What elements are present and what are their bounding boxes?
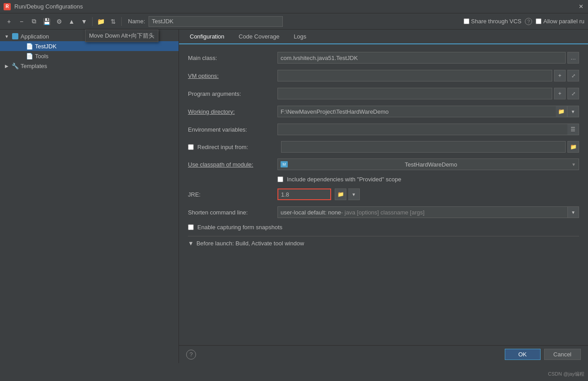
include-deps-label: Include dependencies with "Provided" sco… <box>287 176 401 183</box>
tree-item-testjdk[interactable]: ▶ 📄 TestJDK <box>0 41 179 51</box>
jre-label: JRE: <box>188 191 277 198</box>
working-dir-dropdown-button[interactable]: ▼ <box>567 106 579 117</box>
tree-item-tools[interactable]: ▶ 📄 Tools <box>0 51 179 61</box>
enable-capturing-label: Enable capturing form snapshots <box>197 224 282 231</box>
right-panel: Configuration Code Coverage Logs Main cl… <box>179 30 588 363</box>
shorten-cmd-dropdown-button[interactable]: ▼ <box>567 206 579 218</box>
save-button[interactable]: 💾 <box>41 16 52 27</box>
copy-button[interactable]: ⧉ <box>29 16 39 27</box>
help-icon[interactable]: ? <box>525 18 532 25</box>
close-button[interactable]: ✕ <box>577 3 584 10</box>
title-bar-text: Run/Debug Configurations <box>14 3 83 10</box>
application-arrow: ▼ <box>4 33 10 39</box>
sort-button[interactable]: ⇅ <box>108 16 119 27</box>
tabs: Configuration Code Coverage Logs <box>179 30 588 44</box>
include-deps-checkbox[interactable] <box>277 176 283 182</box>
tab-logs[interactable]: Logs <box>286 30 313 44</box>
application-icon <box>12 33 19 40</box>
working-dir-input[interactable] <box>277 106 556 117</box>
help-button[interactable]: ? <box>186 350 196 360</box>
classpath-module-name: TestHardWareDemo <box>405 161 457 168</box>
program-args-add-button[interactable]: + <box>554 88 566 99</box>
share-vcs-label: Share through VCS <box>471 18 522 25</box>
redirect-label-group: Redirect input from: <box>188 144 277 150</box>
classpath-dropdown[interactable]: M TestHardWareDemo ▼ <box>277 158 579 170</box>
classpath-label: Use classpath of module: <box>188 161 277 168</box>
allow-parallel-checkbox[interactable] <box>536 18 541 24</box>
vm-options-label: VM options: <box>188 73 277 79</box>
tools-label: Tools <box>35 53 48 60</box>
add-button[interactable]: + <box>4 16 14 27</box>
tree-item-templates[interactable]: ▶ 🔧 Templates <box>0 61 179 71</box>
ok-button[interactable]: OK <box>505 349 541 360</box>
tab-code-coverage[interactable]: Code Coverage <box>231 30 286 44</box>
vm-options-row: VM options: + ⤢ <box>188 69 579 82</box>
working-dir-browse-button[interactable]: 📁 <box>556 106 567 117</box>
bottom-bar: ? OK Cancel <box>179 345 588 363</box>
tab-configuration[interactable]: Configuration <box>183 30 231 44</box>
jre-browse-button[interactable]: 📁 <box>335 188 346 200</box>
allow-parallel-group: Allow parallel ru <box>536 18 584 25</box>
env-vars-browse-button[interactable]: ☰ <box>567 124 579 135</box>
main-container: ▼ Application ▶ 📄 TestJDK ▶ 📄 Tools <box>0 30 588 363</box>
tooltip-popup: Move Down Alt+向下箭头 <box>85 30 158 42</box>
classpath-row: Use classpath of module: M TestHardWareD… <box>188 158 579 171</box>
env-vars-input[interactable] <box>277 124 567 135</box>
templates-icon: 🔧 <box>12 62 19 69</box>
app-icon: R <box>4 3 11 10</box>
allow-parallel-label: Allow parallel ru <box>543 18 584 25</box>
share-vcs-checkbox[interactable] <box>464 18 469 24</box>
remove-button[interactable]: − <box>16 16 27 27</box>
main-class-input[interactable] <box>277 52 566 64</box>
redirect-label: Redirect input from: <box>197 144 248 150</box>
dropdown-button[interactable]: ▼ <box>79 16 89 27</box>
working-dir-row: Working directory: 📁 ▼ <box>188 105 579 118</box>
tools-icon: 📄 <box>26 52 33 60</box>
main-class-row: Main class: … <box>188 51 579 64</box>
toolbar: + − ⧉ 💾 ⚙ ▲ ▼ 📁 ⇅ Name: Share through VC… <box>0 13 588 30</box>
testjdk-icon: 📄 <box>26 43 33 50</box>
name-input[interactable] <box>149 16 283 27</box>
redirect-input-group: 📁 <box>281 141 579 153</box>
jre-input[interactable] <box>277 188 331 200</box>
main-class-browse-button[interactable]: … <box>567 52 579 64</box>
wrench-button[interactable]: ⚙ <box>54 16 64 27</box>
jre-group: 📁 ▼ <box>277 188 579 200</box>
classpath-group: M TestHardWareDemo ▼ <box>277 158 579 170</box>
shorten-cmd-row: Shorten command line: user-local default… <box>188 206 579 218</box>
cancel-button[interactable]: Cancel <box>544 349 581 360</box>
templates-arrow: ▶ <box>4 63 10 69</box>
program-args-expand-button[interactable]: ⤢ <box>567 88 579 99</box>
env-vars-input-group: ☰ <box>277 124 579 135</box>
classpath-dropdown-arrow: ▼ <box>571 162 576 167</box>
separator-2 <box>121 17 122 26</box>
working-dir-label: Working directory: <box>188 108 277 115</box>
before-launch-section: ▼ Before launch: Build, Activate tool wi… <box>188 236 579 247</box>
working-dir-group: 📁 ▼ <box>277 106 579 117</box>
redirect-checkbox[interactable] <box>188 144 194 150</box>
before-launch-header[interactable]: ▼ Before launch: Build, Activate tool wi… <box>188 240 579 247</box>
shorten-cmd-display: user-local default: none - java [options… <box>277 206 567 218</box>
program-args-input[interactable] <box>277 88 552 99</box>
folder-button[interactable]: 📁 <box>95 16 106 27</box>
toolbar-right: Share through VCS ? Allow parallel ru <box>464 18 585 25</box>
redirect-browse-button[interactable]: 📁 <box>567 141 579 153</box>
jre-row: JRE: 📁 ▼ <box>188 188 579 201</box>
testjdk-label: TestJDK <box>35 43 56 50</box>
main-class-label: Main class: <box>188 55 277 61</box>
application-label: Application <box>21 33 49 40</box>
redirect-row: Redirect input from: 📁 <box>188 141 579 153</box>
main-class-input-group: … <box>277 52 579 64</box>
vm-options-add-button[interactable]: + <box>554 70 566 81</box>
share-vcs-group: Share through VCS <box>464 18 522 25</box>
separator-1 <box>92 17 93 26</box>
vm-options-input[interactable] <box>277 70 552 81</box>
program-args-input-group: + ⤢ <box>277 88 579 99</box>
move-up-button[interactable]: ▲ <box>66 16 77 27</box>
form-area: Main class: … VM options: + ⤢ <box>179 44 588 345</box>
vm-options-expand-button[interactable]: ⤢ <box>567 70 579 81</box>
enable-capturing-checkbox[interactable] <box>188 224 194 230</box>
redirect-input[interactable] <box>281 141 566 153</box>
left-panel: ▼ Application ▶ 📄 TestJDK ▶ 📄 Tools <box>0 30 179 363</box>
jre-dropdown-button[interactable]: ▼ <box>348 188 360 200</box>
